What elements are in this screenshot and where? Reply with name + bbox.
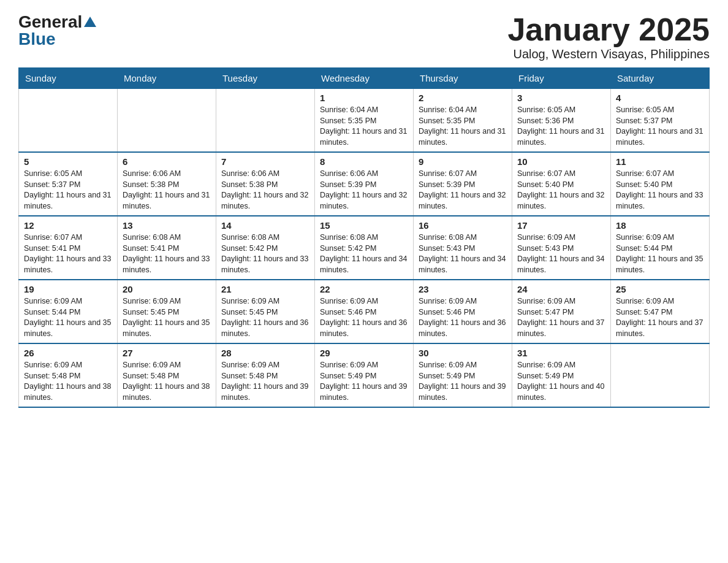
day-number: 31 [517,348,605,358]
calendar-cell: 17Sunrise: 6:09 AMSunset: 5:43 PMDayligh… [512,216,611,280]
calendar-cell: 9Sunrise: 6:07 AMSunset: 5:39 PMDaylight… [414,152,512,216]
calendar-week-3: 12Sunrise: 6:07 AMSunset: 5:41 PMDayligh… [19,216,710,280]
calendar-cell: 28Sunrise: 6:09 AMSunset: 5:48 PMDayligh… [216,343,315,407]
day-info: Sunrise: 6:08 AMSunset: 5:43 PMDaylight:… [419,232,507,275]
calendar-cell: 10Sunrise: 6:07 AMSunset: 5:40 PMDayligh… [512,152,611,216]
day-info: Sunrise: 6:04 AMSunset: 5:35 PMDaylight:… [419,105,507,148]
day-info: Sunrise: 6:07 AMSunset: 5:41 PMDaylight:… [24,232,112,275]
calendar-header-wednesday: Wednesday [315,68,414,89]
calendar-week-4: 19Sunrise: 6:09 AMSunset: 5:44 PMDayligh… [19,280,710,343]
day-info: Sunrise: 6:09 AMSunset: 5:49 PMDaylight:… [517,360,605,403]
calendar-cell [216,89,315,153]
calendar-cell: 21Sunrise: 6:09 AMSunset: 5:45 PMDayligh… [216,280,315,343]
day-number: 18 [616,220,704,231]
calendar-header-friday: Friday [512,68,611,89]
calendar-cell: 30Sunrise: 6:09 AMSunset: 5:49 PMDayligh… [414,343,512,407]
calendar-cell: 25Sunrise: 6:09 AMSunset: 5:47 PMDayligh… [611,280,710,343]
day-info: Sunrise: 6:06 AMSunset: 5:38 PMDaylight:… [221,169,309,212]
day-info: Sunrise: 6:09 AMSunset: 5:49 PMDaylight:… [419,360,507,403]
calendar-cell [19,89,118,153]
calendar-header-monday: Monday [118,68,216,89]
calendar-cell: 5Sunrise: 6:05 AMSunset: 5:37 PMDaylight… [19,152,118,216]
day-number: 15 [320,220,408,231]
calendar-cell: 20Sunrise: 6:09 AMSunset: 5:45 PMDayligh… [118,280,216,343]
day-number: 12 [24,220,112,231]
day-info: Sunrise: 6:05 AMSunset: 5:36 PMDaylight:… [517,105,605,148]
day-info: Sunrise: 6:09 AMSunset: 5:49 PMDaylight:… [320,360,408,403]
day-number: 22 [320,284,408,294]
day-info: Sunrise: 6:09 AMSunset: 5:48 PMDaylight:… [221,360,309,403]
calendar-cell: 8Sunrise: 6:06 AMSunset: 5:39 PMDaylight… [315,152,414,216]
calendar-header-tuesday: Tuesday [216,68,315,89]
calendar-cell: 12Sunrise: 6:07 AMSunset: 5:41 PMDayligh… [19,216,118,280]
day-number: 1 [320,93,408,103]
calendar-cell: 6Sunrise: 6:06 AMSunset: 5:38 PMDaylight… [118,152,216,216]
day-number: 19 [24,284,112,294]
day-number: 4 [616,93,704,103]
calendar-header-sunday: Sunday [19,68,118,89]
page-header: General Blue January 2025 Ualog, Western… [18,12,710,61]
day-info: Sunrise: 6:09 AMSunset: 5:48 PMDaylight:… [24,360,112,403]
calendar-table: SundayMondayTuesdayWednesdayThursdayFrid… [18,67,710,408]
calendar-cell [611,343,710,407]
day-info: Sunrise: 6:05 AMSunset: 5:37 PMDaylight:… [24,169,112,212]
day-number: 6 [123,156,211,167]
calendar-header-saturday: Saturday [611,68,710,89]
calendar-cell: 26Sunrise: 6:09 AMSunset: 5:48 PMDayligh… [19,343,118,407]
logo: General Blue [18,12,96,49]
day-number: 29 [320,348,408,358]
day-number: 20 [123,284,211,294]
calendar-week-1: 1Sunrise: 6:04 AMSunset: 5:35 PMDaylight… [19,89,710,153]
day-number: 9 [419,156,507,167]
day-info: Sunrise: 6:07 AMSunset: 5:40 PMDaylight:… [616,169,704,212]
day-number: 24 [517,284,605,294]
day-info: Sunrise: 6:09 AMSunset: 5:46 PMDaylight:… [320,296,408,339]
day-info: Sunrise: 6:08 AMSunset: 5:42 PMDaylight:… [320,232,408,275]
day-number: 26 [24,348,112,358]
calendar-cell: 14Sunrise: 6:08 AMSunset: 5:42 PMDayligh… [216,216,315,280]
day-number: 2 [419,93,507,103]
day-number: 10 [517,156,605,167]
calendar-cell: 1Sunrise: 6:04 AMSunset: 5:35 PMDaylight… [315,89,414,153]
logo-triangle-icon [84,17,96,29]
day-number: 23 [419,284,507,294]
logo-blue-text: Blue [18,29,56,49]
day-info: Sunrise: 6:09 AMSunset: 5:47 PMDaylight:… [616,296,704,339]
calendar-cell: 16Sunrise: 6:08 AMSunset: 5:43 PMDayligh… [414,216,512,280]
day-info: Sunrise: 6:09 AMSunset: 5:48 PMDaylight:… [123,360,211,403]
day-number: 5 [24,156,112,167]
svg-marker-0 [84,17,96,27]
day-info: Sunrise: 6:09 AMSunset: 5:45 PMDaylight:… [221,296,309,339]
calendar-cell: 13Sunrise: 6:08 AMSunset: 5:41 PMDayligh… [118,216,216,280]
day-number: 17 [517,220,605,231]
calendar-cell: 4Sunrise: 6:05 AMSunset: 5:37 PMDaylight… [611,89,710,153]
calendar-title: January 2025 [507,12,710,47]
calendar-cell: 11Sunrise: 6:07 AMSunset: 5:40 PMDayligh… [611,152,710,216]
day-number: 28 [221,348,309,358]
day-info: Sunrise: 6:09 AMSunset: 5:44 PMDaylight:… [616,232,704,275]
day-number: 3 [517,93,605,103]
day-info: Sunrise: 6:06 AMSunset: 5:39 PMDaylight:… [320,169,408,212]
calendar-cell: 2Sunrise: 6:04 AMSunset: 5:35 PMDaylight… [414,89,512,153]
day-number: 21 [221,284,309,294]
calendar-cell: 24Sunrise: 6:09 AMSunset: 5:47 PMDayligh… [512,280,611,343]
day-info: Sunrise: 6:09 AMSunset: 5:46 PMDaylight:… [419,296,507,339]
calendar-header-row: SundayMondayTuesdayWednesdayThursdayFrid… [19,68,710,89]
day-number: 27 [123,348,211,358]
calendar-cell: 19Sunrise: 6:09 AMSunset: 5:44 PMDayligh… [19,280,118,343]
calendar-subtitle: Ualog, Western Visayas, Philippines [507,47,710,61]
calendar-cell: 18Sunrise: 6:09 AMSunset: 5:44 PMDayligh… [611,216,710,280]
calendar-cell: 7Sunrise: 6:06 AMSunset: 5:38 PMDaylight… [216,152,315,216]
day-info: Sunrise: 6:04 AMSunset: 5:35 PMDaylight:… [320,105,408,148]
day-info: Sunrise: 6:09 AMSunset: 5:47 PMDaylight:… [517,296,605,339]
calendar-cell [118,89,216,153]
day-info: Sunrise: 6:08 AMSunset: 5:42 PMDaylight:… [221,232,309,275]
day-info: Sunrise: 6:07 AMSunset: 5:39 PMDaylight:… [419,169,507,212]
day-number: 7 [221,156,309,167]
calendar-cell: 31Sunrise: 6:09 AMSunset: 5:49 PMDayligh… [512,343,611,407]
day-info: Sunrise: 6:08 AMSunset: 5:41 PMDaylight:… [123,232,211,275]
day-info: Sunrise: 6:09 AMSunset: 5:44 PMDaylight:… [24,296,112,339]
title-area: January 2025 Ualog, Western Visayas, Phi… [507,12,710,61]
calendar-header-thursday: Thursday [414,68,512,89]
calendar-cell: 3Sunrise: 6:05 AMSunset: 5:36 PMDaylight… [512,89,611,153]
